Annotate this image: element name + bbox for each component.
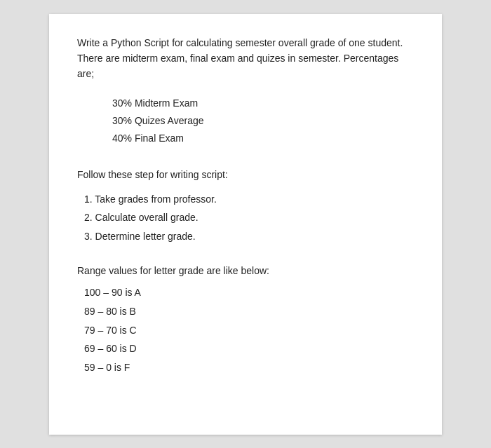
percentages-list: 30% Midterm Exam 30% Quizes Average 40% … xyxy=(112,95,414,148)
step-item: 2. Calculate overall grade. xyxy=(84,208,414,227)
list-item: 40% Final Exam xyxy=(112,130,414,147)
range-section: Range values for letter grade are like b… xyxy=(77,265,414,376)
range-item: 69 – 60 is D xyxy=(84,339,414,358)
step-item: 3. Determine letter grade. xyxy=(84,227,414,246)
steps-section: Follow these step for writing script: 1.… xyxy=(77,167,414,245)
main-card: Write a Python Script for calculating se… xyxy=(49,14,442,435)
range-item: 79 – 70 is C xyxy=(84,321,414,340)
range-item: 89 – 80 is B xyxy=(84,302,414,321)
steps-label: Follow these step for writing script: xyxy=(77,167,414,182)
list-item: 30% Quizes Average xyxy=(112,112,414,130)
range-label: Range values for letter grade are like b… xyxy=(77,265,414,276)
intro-text: Write a Python Script for calculating se… xyxy=(77,35,414,82)
list-item: 30% Midterm Exam xyxy=(112,95,414,112)
range-item: 59 – 0 is F xyxy=(84,358,414,377)
range-item: 100 – 90 is A xyxy=(84,283,414,302)
step-item: 1. Take grades from professor. xyxy=(84,190,414,209)
